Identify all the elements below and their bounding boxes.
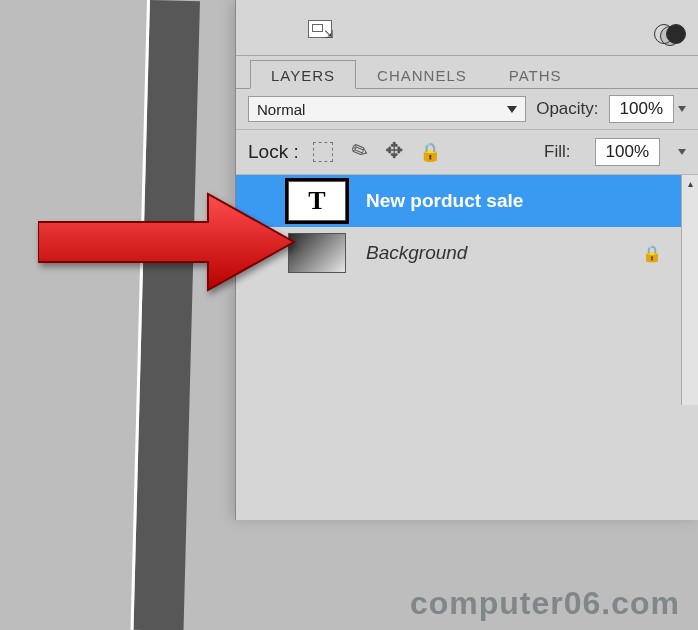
collapse-panel-icon[interactable] bbox=[308, 20, 332, 38]
panel-tabs: LAYERS CHANNELS PATHS bbox=[236, 56, 698, 89]
canvas-edge bbox=[134, 0, 200, 630]
layer-text-thumbnail[interactable]: T bbox=[288, 181, 346, 221]
visibility-eye-icon[interactable] bbox=[248, 245, 270, 262]
lock-pixels-icon[interactable]: ✎ bbox=[343, 137, 373, 167]
layer-background-thumbnail[interactable] bbox=[288, 233, 346, 273]
watermark-text: computer06.com bbox=[410, 585, 680, 622]
lock-fill-row: Lock : ✎ ✥ 🔒 Fill: 100% bbox=[236, 130, 698, 175]
fill-flyout-icon[interactable] bbox=[678, 149, 686, 155]
blend-opacity-row: Normal Opacity: 100% bbox=[236, 89, 698, 130]
scrollbar[interactable]: ▴ bbox=[681, 175, 698, 405]
fill-value[interactable]: 100% bbox=[595, 138, 660, 166]
layers-list: T New porduct sale Background 🔒 bbox=[236, 175, 698, 279]
type-layer-icon: T bbox=[308, 186, 325, 216]
blend-mode-value: Normal bbox=[257, 101, 305, 118]
tab-paths[interactable]: PATHS bbox=[488, 60, 583, 89]
adjustment-circles-icon[interactable] bbox=[654, 24, 684, 46]
fill-label: Fill: bbox=[544, 142, 570, 162]
tab-layers[interactable]: LAYERS bbox=[250, 60, 356, 89]
svg-point-1 bbox=[256, 249, 262, 255]
layer-text-name[interactable]: New porduct sale bbox=[366, 190, 523, 212]
chevron-down-icon bbox=[507, 106, 517, 113]
lock-position-icon[interactable]: ✥ bbox=[383, 140, 405, 162]
scroll-up-icon[interactable]: ▴ bbox=[682, 175, 698, 191]
opacity-label: Opacity: bbox=[536, 99, 598, 119]
tab-channels[interactable]: CHANNELS bbox=[356, 60, 488, 89]
layer-text[interactable]: T New porduct sale bbox=[236, 175, 698, 227]
blend-mode-select[interactable]: Normal bbox=[248, 96, 526, 122]
lock-transparency-icon[interactable] bbox=[313, 142, 333, 162]
lock-all-icon[interactable]: 🔒 bbox=[419, 141, 441, 163]
layer-background[interactable]: Background 🔒 bbox=[236, 227, 698, 279]
layers-list-area: T New porduct sale Background 🔒 ▴ bbox=[236, 175, 698, 405]
panel-top-strip bbox=[236, 0, 698, 56]
lock-label: Lock : bbox=[248, 141, 299, 163]
layer-background-name[interactable]: Background bbox=[366, 242, 467, 264]
opacity-flyout-icon[interactable] bbox=[678, 106, 686, 112]
background-lock-icon: 🔒 bbox=[642, 244, 662, 263]
opacity-value[interactable]: 100% bbox=[609, 95, 674, 123]
layers-panel: LAYERS CHANNELS PATHS Normal Opacity: 10… bbox=[235, 0, 698, 520]
